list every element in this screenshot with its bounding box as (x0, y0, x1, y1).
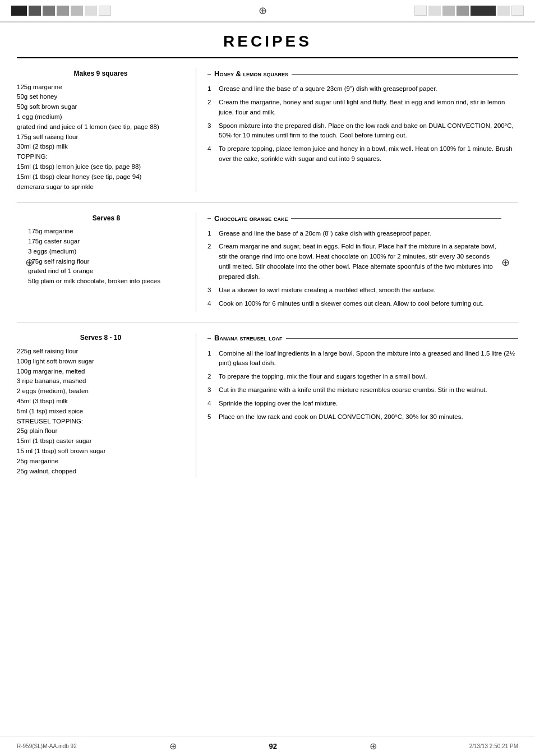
recipe-header-chocolate-orange: Chocolate orange cake (207, 213, 501, 224)
recipe-row-chocolate-orange: ⊕ Serves 8 175g margarine 175g caster su… (17, 203, 518, 323)
step-2-honey-lemon: 2 Cream the margarine, honey and sugar u… (207, 98, 518, 118)
right-strip-blocks (414, 6, 524, 16)
page-title: RECIPES (17, 33, 518, 50)
step-2-ban: 2 To prepare the topping, mix the flour … (207, 372, 518, 382)
step-3-honey-lemon: 3 Spoon mixture into the prepared dish. … (207, 121, 518, 141)
ingredients-chocolate-orange: Serves 8 175g margarine 175g caster suga… (17, 213, 196, 312)
block6 (85, 6, 97, 16)
page-title-section: RECIPES (17, 22, 518, 58)
step-4-choc: 4 Cook on 100% for 6 minutes until a ske… (207, 299, 501, 309)
footer-center-symbol: ⊕ (169, 741, 177, 752)
instructions-honey-lemon: Honey & lemon squares 1 Grease and line … (196, 68, 518, 192)
step-5-ban: 5 Place on the low rack and cook on DUAL… (207, 412, 518, 422)
header-line-right-choc (291, 218, 501, 219)
step-4-honey-lemon: 4 To prepare topping, place lemon juice … (207, 144, 518, 164)
footer-symbol-right: ⊕ (370, 741, 377, 752)
rblock3 (442, 6, 455, 16)
rblock4 (456, 6, 469, 16)
ingredients-text-chocolate-orange: 175g margarine 175g caster sugar 3 eggs … (28, 227, 185, 287)
ingredients-title-honey-lemon: Makes 9 squares (17, 68, 185, 79)
header-center-symbol: ⊕ (259, 4, 267, 17)
header-strip: ⊕ (0, 0, 535, 22)
ingredients-title-chocolate-orange: Serves 8 (28, 213, 185, 224)
content-area: Makes 9 squares 125g margarine 50g set h… (0, 58, 535, 487)
block1 (11, 6, 27, 16)
left-side-symbol: ⊕ (25, 256, 34, 269)
step-1-ban: 1 Combine all the loaf ingredients in a … (207, 349, 518, 369)
ingredients-honey-lemon: Makes 9 squares 125g margarine 50g set h… (17, 68, 196, 192)
block2 (29, 6, 41, 16)
ingredients-title-banana-streusel: Serves 8 - 10 (17, 333, 185, 343)
rblock6 (497, 6, 510, 16)
rblock7 (511, 6, 524, 16)
left-strip-blocks (11, 6, 111, 16)
rblock1 (414, 6, 427, 16)
step-4-ban: 4 Sprinkle the topping over the loaf mix… (207, 399, 518, 409)
recipe-row-banana-streusel: Serves 8 - 10 225g self raising flour 10… (17, 322, 518, 486)
step-3-choc: 3 Use a skewer to swirl mixture creating… (207, 285, 501, 296)
block7 (99, 6, 111, 16)
recipe-title-honey-lemon: Honey & lemon squares (211, 68, 292, 80)
rblock5 (471, 6, 496, 16)
instructions-chocolate-orange: Chocolate orange cake 1 Grease and line … (196, 213, 518, 312)
step-1-honey-lemon: 1 Grease and line the base of a square 2… (207, 84, 518, 94)
step-2-choc: 2 Cream margarine and sugar, beat in egg… (207, 242, 501, 282)
rblock2 (428, 6, 441, 16)
ingredients-text-honey-lemon: 125g margarine 50g set honey 50g soft br… (17, 82, 185, 192)
recipe-header-banana-streusel: Banana streusel loaf (207, 333, 518, 344)
instructions-banana-streusel: Banana streusel loaf 1 Combine all the l… (196, 333, 518, 476)
block3 (43, 6, 55, 16)
recipe-header-honey-lemon: Honey & lemon squares (207, 68, 518, 80)
header-line-right (292, 74, 518, 75)
step-3-ban: 3 Cut in the margarine with a knife unti… (207, 385, 518, 395)
recipe-row-honey-lemon: Makes 9 squares 125g margarine 50g set h… (17, 58, 518, 203)
recipe-title-banana-streusel: Banana streusel loaf (211, 333, 286, 344)
block5 (71, 6, 83, 16)
step-1-choc: 1 Grease and line the base of a 20cm (8"… (207, 229, 501, 239)
recipe-title-chocolate-orange: Chocolate orange cake (211, 213, 291, 224)
page-footer: R-959(SL)M-AA.indb 92 ⊕ 92 ⊕ 2/13/13 2:5… (0, 736, 535, 756)
page-number: 92 (269, 742, 276, 750)
header-line-right-ban (286, 338, 518, 339)
ingredients-banana-streusel: Serves 8 - 10 225g self raising flour 10… (17, 333, 196, 476)
block4 (57, 6, 69, 16)
right-side-symbol: ⊕ (501, 256, 510, 269)
ingredients-text-banana-streusel: 225g self raising flour 100g light soft … (17, 347, 185, 477)
footer-right: 2/13/13 2:50:21 PM (469, 743, 518, 749)
footer-left: R-959(SL)M-AA.indb 92 (17, 743, 77, 749)
